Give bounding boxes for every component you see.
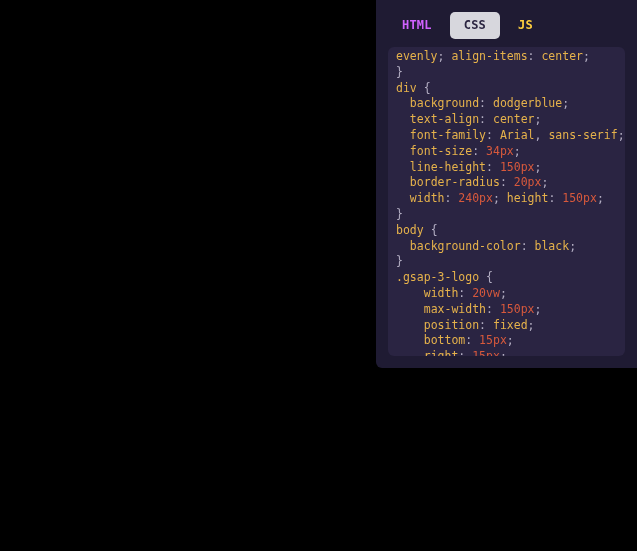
- code-editor[interactable]: evenly; align-items: center; } div { bac…: [388, 47, 625, 356]
- editor-panel: HTML CSS JS evenly; align-items: center;…: [376, 0, 637, 368]
- tab-bar: HTML CSS JS: [376, 0, 637, 47]
- tab-html[interactable]: HTML: [388, 12, 446, 39]
- tab-css[interactable]: CSS: [450, 12, 500, 39]
- tab-js[interactable]: JS: [504, 12, 547, 39]
- css-code: evenly; align-items: center; } div { bac…: [388, 47, 625, 356]
